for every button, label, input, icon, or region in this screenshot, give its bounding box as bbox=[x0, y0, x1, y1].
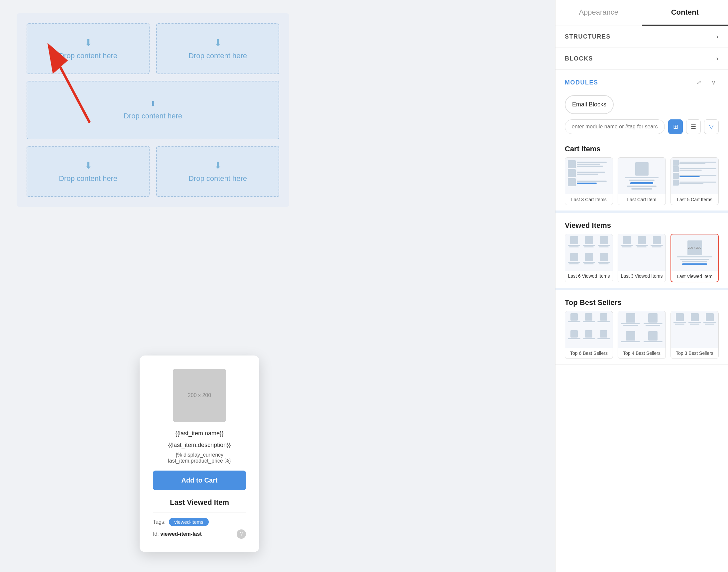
module-thumb-last-5-cart bbox=[671, 158, 718, 194]
module-name-last-3-cart: Last 3 Cart Items bbox=[565, 194, 613, 205]
email-blocks-button[interactable]: Email Blocks bbox=[565, 95, 614, 114]
blocks-chevron: › bbox=[716, 55, 719, 62]
drop-zone-4[interactable]: ⬇ Drop content here bbox=[26, 146, 150, 197]
module-thumb-last-6-viewed bbox=[565, 234, 613, 271]
module-name-top-3-sellers: Top 3 Best Sellers bbox=[671, 348, 718, 358]
tag-badge: viewed-items bbox=[169, 518, 209, 526]
module-card-top-6-sellers[interactable]: Top 6 Best Sellers bbox=[565, 311, 613, 359]
module-thumb-top-4-sellers bbox=[618, 311, 665, 348]
module-card-last-6-viewed[interactable]: Last 6 Viewed Items bbox=[565, 234, 613, 282]
modules-header: MODULES ⤢ ∨ bbox=[556, 70, 728, 95]
module-thumb-top-3-sellers bbox=[671, 311, 718, 348]
grid-view-toggle[interactable]: ⊞ bbox=[668, 119, 683, 134]
tab-content[interactable]: Content bbox=[642, 0, 728, 25]
drop-zone-5[interactable]: ⬇ Drop content here bbox=[156, 146, 279, 197]
drop-icon-5: ⬇ bbox=[214, 160, 222, 171]
collapse-icon[interactable]: ∨ bbox=[708, 77, 719, 88]
list-view-toggle[interactable]: ☰ bbox=[686, 119, 701, 134]
section-divider-2 bbox=[556, 288, 728, 290]
id-value: viewed-item-last bbox=[160, 531, 201, 537]
module-thumb-top-6-sellers bbox=[565, 311, 613, 348]
tags-label: Tags: bbox=[153, 519, 166, 525]
drop-label-2: Drop content here bbox=[188, 52, 247, 60]
module-thumb-last-cart bbox=[618, 158, 665, 194]
tooltip-id-row: Id: viewed-item-last ? bbox=[153, 529, 246, 539]
module-card-top-4-sellers[interactable]: Top 4 Best Sellers bbox=[618, 311, 666, 359]
tabs-header: Appearance Content bbox=[556, 0, 728, 26]
drop-zone-2[interactable]: ⬇ Drop content here bbox=[156, 23, 279, 74]
search-input[interactable] bbox=[565, 119, 665, 134]
drop-grid-top: ⬇ Drop content here ⬇ Drop content here bbox=[26, 23, 279, 74]
blocks-label: BLOCKS bbox=[565, 55, 593, 62]
accordion-blocks: BLOCKS › bbox=[556, 48, 728, 70]
module-card-last-cart[interactable]: Last Cart Item bbox=[618, 157, 666, 205]
best-sellers-grid: Top 6 Best Sellers bbox=[556, 311, 728, 364]
section-divider-1 bbox=[556, 211, 728, 213]
drop-label-1: Drop content here bbox=[59, 52, 117, 60]
template-desc: {{last_item.description}} bbox=[153, 440, 246, 450]
template-name: {{last_item.name}} bbox=[153, 429, 246, 438]
right-content: STRUCTURES › BLOCKS › MODULES ⤢ ∨ Email … bbox=[556, 26, 728, 572]
module-name-last-viewed: Last Viewed Item bbox=[671, 271, 718, 282]
tooltip-card: 200 x 200 {{last_item.name}} {{last_item… bbox=[140, 356, 259, 552]
id-label: Id: bbox=[153, 531, 159, 537]
module-name-last-cart: Last Cart Item bbox=[618, 194, 665, 205]
modules-icons: ⤢ ∨ bbox=[694, 77, 719, 88]
drop-icon-4: ⬇ bbox=[84, 160, 92, 171]
module-card-last-viewed[interactable]: 200 x 200 Last Viewed Item bbox=[670, 234, 719, 282]
module-name-top-6-sellers: Top 6 Best Sellers bbox=[565, 348, 613, 358]
help-icon[interactable]: ? bbox=[237, 529, 246, 539]
cart-items-grid: Last 3 Cart Items Last C bbox=[556, 157, 728, 211]
drop-icon-1: ⬇ bbox=[84, 37, 92, 48]
modules-label: MODULES bbox=[565, 79, 598, 86]
drop-label-4: Drop content here bbox=[59, 174, 117, 183]
module-card-last-3-viewed[interactable]: Last 3 Viewed Items bbox=[618, 234, 666, 282]
tooltip-title: Last Viewed Item bbox=[153, 498, 246, 512]
module-name-last-6-viewed: Last 6 Viewed Items bbox=[565, 271, 613, 281]
module-card-last-5-cart[interactable]: Last 5 Cart Items bbox=[670, 157, 719, 205]
viewed-items-grid: Last 6 Viewed Items bbox=[556, 234, 728, 288]
left-panel: ⬇ Drop content here ⬇ Drop content here … bbox=[0, 0, 555, 572]
tooltip-image: 200 x 200 bbox=[173, 369, 226, 422]
module-name-last-3-viewed: Last 3 Viewed Items bbox=[618, 271, 665, 281]
tab-appearance[interactable]: Appearance bbox=[556, 0, 642, 25]
viewed-items-label: Viewed Items bbox=[556, 216, 728, 234]
cart-items-label: Cart Items bbox=[556, 139, 728, 157]
accordion-blocks-header[interactable]: BLOCKS › bbox=[556, 48, 728, 70]
accordion-modules: MODULES ⤢ ∨ Email Blocks ⊞ ☰ ▽ Cart Item… bbox=[556, 70, 728, 364]
appearance-tab-label: Appearance bbox=[579, 8, 618, 16]
expand-icon[interactable]: ⤢ bbox=[694, 77, 704, 88]
image-size-label: 200 x 200 bbox=[188, 392, 211, 399]
drop-label-wide: Drop content here bbox=[124, 112, 182, 120]
module-name-last-5-cart: Last 5 Cart Items bbox=[671, 194, 718, 205]
drop-icon-wide: ⬇ bbox=[150, 100, 156, 109]
accordion-structures: STRUCTURES › bbox=[556, 26, 728, 48]
search-row: ⊞ ☰ ▽ bbox=[556, 119, 728, 139]
module-card-last-3-cart[interactable]: Last 3 Cart Items bbox=[565, 157, 613, 205]
structures-label: STRUCTURES bbox=[565, 33, 611, 40]
right-panel: Appearance Content STRUCTURES › BLOCKS ›… bbox=[555, 0, 728, 572]
template-price: {% display_currency last_item.product_pr… bbox=[153, 452, 246, 464]
add-to-cart-button[interactable]: Add to Cart bbox=[153, 471, 246, 490]
module-name-top-4-sellers: Top 4 Best Sellers bbox=[618, 348, 665, 358]
module-thumb-last-viewed: 200 x 200 bbox=[671, 234, 718, 271]
canvas-area: ⬇ Drop content here ⬇ Drop content here … bbox=[17, 13, 289, 207]
content-tab-label: Content bbox=[671, 8, 699, 16]
accordion-structures-header[interactable]: STRUCTURES › bbox=[556, 26, 728, 48]
drop-zone-1[interactable]: ⬇ Drop content here bbox=[26, 23, 150, 74]
module-thumb-last-3-cart bbox=[565, 158, 613, 194]
drop-icon-2: ⬇ bbox=[214, 37, 222, 48]
top-best-sellers-label: Top Best Sellers bbox=[556, 293, 728, 311]
drop-label-5: Drop content here bbox=[188, 174, 247, 183]
module-card-top-3-sellers[interactable]: Top 3 Best Sellers bbox=[670, 311, 719, 359]
module-thumb-last-3-viewed bbox=[618, 234, 665, 271]
drop-zone-wide[interactable]: ⬇ Drop content here bbox=[26, 81, 279, 139]
tooltip-meta: Tags: viewed-items bbox=[153, 518, 246, 526]
structures-chevron: › bbox=[716, 33, 719, 40]
drop-grid-bottom: ⬇ Drop content here ⬇ Drop content here bbox=[26, 146, 279, 197]
filter-button[interactable]: ▽ bbox=[704, 119, 719, 134]
